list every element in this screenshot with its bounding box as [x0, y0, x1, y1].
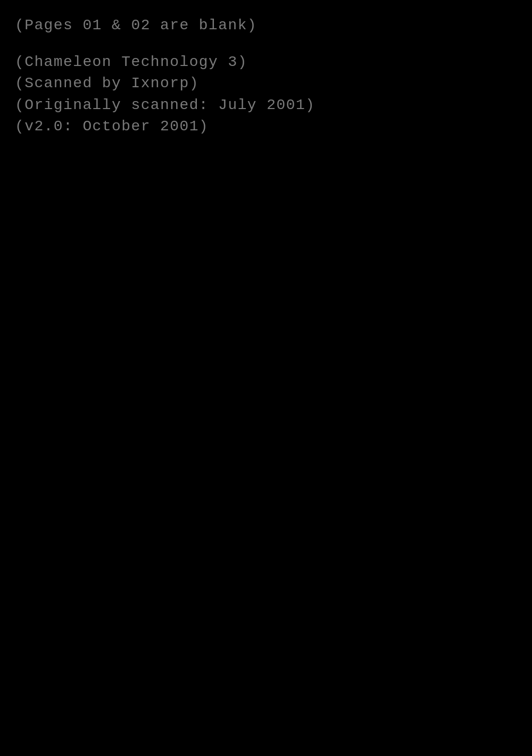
- originally-scanned-line: (Originally scanned: July 2001): [15, 95, 517, 117]
- pages-blank-note: (Pages 01 & 02 are blank): [15, 15, 517, 37]
- page-content: (Pages 01 & 02 are blank) (Chameleon Tec…: [0, 0, 532, 153]
- version-line: (v2.0: October 2001): [15, 116, 517, 138]
- spacer: [15, 37, 517, 52]
- chameleon-technology-line: (Chameleon Technology 3): [15, 52, 517, 73]
- scanned-by-line: (Scanned by Ixnorp): [15, 73, 517, 95]
